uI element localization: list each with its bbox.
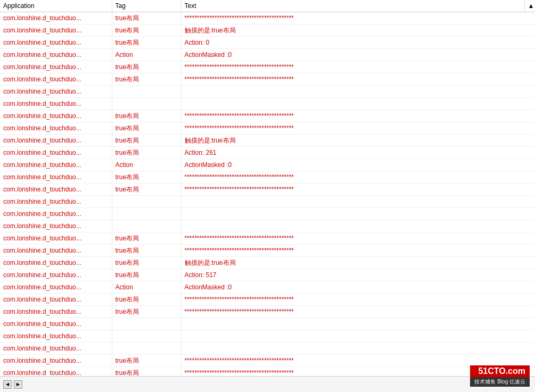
table-row[interactable]: com.lonshine.d_touchduo...true布局********… xyxy=(0,367,535,377)
cell-text: ****************************************… xyxy=(181,232,524,245)
table-row[interactable]: com.lonshine.d_touchduo...true布局********… xyxy=(0,171,535,184)
table-row[interactable]: com.lonshine.d_touchduo...true布局********… xyxy=(0,355,535,367)
cell-tag: true布局 xyxy=(112,37,181,49)
cell-application: com.lonshine.d_touchduo... xyxy=(0,98,112,110)
cell-tag: true布局 xyxy=(112,171,181,184)
header-text: Text xyxy=(181,0,524,12)
cell-tag: true布局 xyxy=(112,232,181,245)
cell-text xyxy=(181,343,524,355)
cell-application: com.lonshine.d_touchduo... xyxy=(0,49,112,61)
table-row[interactable]: com.lonshine.d_touchduo... xyxy=(0,318,535,330)
cell-application: com.lonshine.d_touchduo... xyxy=(0,12,112,24)
cell-application: com.lonshine.d_touchduo... xyxy=(0,37,112,49)
table-row[interactable]: com.lonshine.d_touchduo...true布局********… xyxy=(0,110,535,122)
bottom-bar: ◀ ▶ xyxy=(0,376,535,392)
cell-tag: true布局 xyxy=(112,61,181,73)
watermark-site: 51CTO.com xyxy=(470,365,530,377)
cell-text: ****************************************… xyxy=(181,61,524,73)
cell-application: com.lonshine.d_touchduo... xyxy=(0,208,112,220)
cell-tag: Action xyxy=(112,159,181,171)
cell-text xyxy=(181,196,524,208)
cell-text xyxy=(181,330,524,343)
cell-tag: true布局 xyxy=(112,355,181,367)
table-row[interactable]: com.lonshine.d_touchduo...true布局触摸的是:tru… xyxy=(0,257,535,269)
table-row[interactable]: com.lonshine.d_touchduo...true布局触摸的是:tru… xyxy=(0,24,535,37)
cell-text xyxy=(181,208,524,220)
cell-application: com.lonshine.d_touchduo... xyxy=(0,110,112,122)
cell-tag: true布局 xyxy=(112,269,181,281)
cell-application: com.lonshine.d_touchduo... xyxy=(0,269,112,281)
scroll-indicator: ◀ ▶ xyxy=(3,380,22,389)
cell-text: ****************************************… xyxy=(181,306,524,318)
scroll-right-arrow[interactable]: ▶ xyxy=(14,380,22,389)
watermark-tagline: 技术捕鱼 Blog 亿速云 xyxy=(470,377,530,387)
table-row[interactable]: com.lonshine.d_touchduo...true布局Action: … xyxy=(0,37,535,49)
cell-tag xyxy=(112,330,181,343)
log-table-container: Application Tag Text ▲ com.lonshine.d_to… xyxy=(0,0,535,392)
table-row[interactable]: com.lonshine.d_touchduo... xyxy=(0,330,535,343)
table-row[interactable]: com.lonshine.d_touchduo...true布局********… xyxy=(0,232,535,245)
cell-text: ****************************************… xyxy=(181,294,524,306)
table-row[interactable]: com.lonshine.d_touchduo...true布局********… xyxy=(0,122,535,135)
cell-application: com.lonshine.d_touchduo... xyxy=(0,343,112,355)
table-row[interactable]: com.lonshine.d_touchduo...true布局********… xyxy=(0,12,535,24)
scroll-left-arrow[interactable]: ◀ xyxy=(3,380,12,389)
cell-application: com.lonshine.d_touchduo... xyxy=(0,294,112,306)
header-tag: Tag xyxy=(112,0,181,12)
cell-tag xyxy=(112,318,181,330)
table-row[interactable]: com.lonshine.d_touchduo...true布局********… xyxy=(0,73,535,86)
cell-tag xyxy=(112,196,181,208)
cell-text: ****************************************… xyxy=(181,12,524,24)
table-row[interactable]: com.lonshine.d_touchduo... xyxy=(0,343,535,355)
log-table: Application Tag Text ▲ com.lonshine.d_to… xyxy=(0,0,535,376)
cell-text: ****************************************… xyxy=(181,73,524,86)
cell-tag: Action xyxy=(112,281,181,294)
cell-tag: true布局 xyxy=(112,147,181,159)
cell-application: com.lonshine.d_touchduo... xyxy=(0,159,112,171)
cell-application: com.lonshine.d_touchduo... xyxy=(0,184,112,196)
cell-text xyxy=(181,86,524,98)
cell-application: com.lonshine.d_touchduo... xyxy=(0,281,112,294)
table-row[interactable]: com.lonshine.d_touchduo...ActionActionMa… xyxy=(0,159,535,171)
cell-application: com.lonshine.d_touchduo... xyxy=(0,220,112,232)
cell-text: ****************************************… xyxy=(181,245,524,257)
cell-tag: true布局 xyxy=(112,306,181,318)
watermark: 51CTO.com 技术捕鱼 Blog 亿速云 xyxy=(470,365,530,387)
table-row[interactable]: com.lonshine.d_touchduo... xyxy=(0,208,535,220)
table-row[interactable]: com.lonshine.d_touchduo...true布局Action: … xyxy=(0,147,535,159)
cell-text: ****************************************… xyxy=(181,122,524,135)
table-scroll-area[interactable]: Application Tag Text ▲ com.lonshine.d_to… xyxy=(0,0,535,376)
cell-tag xyxy=(112,86,181,98)
table-row[interactable]: com.lonshine.d_touchduo...true布局********… xyxy=(0,294,535,306)
cell-application: com.lonshine.d_touchduo... xyxy=(0,147,112,159)
cell-application: com.lonshine.d_touchduo... xyxy=(0,232,112,245)
cell-application: com.lonshine.d_touchduo... xyxy=(0,318,112,330)
cell-application: com.lonshine.d_touchduo... xyxy=(0,86,112,98)
cell-text: 触摸的是:true布局 xyxy=(181,257,524,269)
table-row[interactable]: com.lonshine.d_touchduo...true布局********… xyxy=(0,245,535,257)
table-row[interactable]: com.lonshine.d_touchduo...true布局********… xyxy=(0,184,535,196)
cell-application: com.lonshine.d_touchduo... xyxy=(0,171,112,184)
cell-text xyxy=(181,318,524,330)
table-row[interactable]: com.lonshine.d_touchduo... xyxy=(0,196,535,208)
cell-tag: Action xyxy=(112,49,181,61)
table-row[interactable]: com.lonshine.d_touchduo...ActionActionMa… xyxy=(0,49,535,61)
table-row[interactable]: com.lonshine.d_touchduo... xyxy=(0,220,535,232)
table-row[interactable]: com.lonshine.d_touchduo...true布局********… xyxy=(0,306,535,318)
table-row[interactable]: com.lonshine.d_touchduo...ActionActionMa… xyxy=(0,281,535,294)
table-row[interactable]: com.lonshine.d_touchduo...true布局Action: … xyxy=(0,269,535,281)
cell-tag xyxy=(112,98,181,110)
table-row[interactable]: com.lonshine.d_touchduo... xyxy=(0,86,535,98)
cell-application: com.lonshine.d_touchduo... xyxy=(0,73,112,86)
table-row[interactable]: com.lonshine.d_touchduo...true布局********… xyxy=(0,61,535,73)
header-spacer: ▲ xyxy=(524,0,535,12)
cell-application: com.lonshine.d_touchduo... xyxy=(0,24,112,37)
cell-tag: true布局 xyxy=(112,367,181,377)
cell-tag: true布局 xyxy=(112,110,181,122)
cell-text: 触摸的是:true布局 xyxy=(181,24,524,37)
cell-application: com.lonshine.d_touchduo... xyxy=(0,122,112,135)
table-row[interactable]: com.lonshine.d_touchduo...true布局触摸的是:tru… xyxy=(0,135,535,147)
cell-tag: true布局 xyxy=(112,73,181,86)
table-row[interactable]: com.lonshine.d_touchduo... xyxy=(0,98,535,110)
cell-application: com.lonshine.d_touchduo... xyxy=(0,330,112,343)
